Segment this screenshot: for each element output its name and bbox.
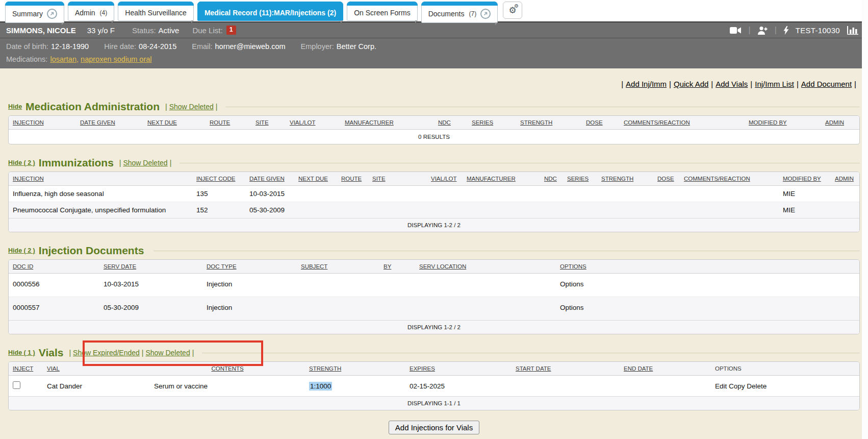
hide-link[interactable]: Hide (8, 103, 22, 110)
col-header[interactable]: SERV DATE (99, 260, 202, 274)
vial-select-checkbox[interactable] (13, 381, 20, 389)
col-header[interactable]: BY (379, 260, 415, 274)
col-header[interactable]: ROUTE (337, 172, 368, 186)
hide-link[interactable]: Hide ( 2 ) (8, 247, 35, 254)
col-header[interactable]: NDC (434, 116, 468, 130)
quick-add-link[interactable]: Quick Add (674, 80, 708, 88)
col-header[interactable]: COMMENTS/REACTION (680, 172, 779, 186)
add-vials-link[interactable]: Add Vials (716, 80, 748, 88)
show-deleted-link[interactable]: Show Deleted (169, 103, 214, 111)
col-header[interactable]: DATE GIVEN (76, 116, 143, 130)
medication-link[interactable]: losartan (50, 55, 76, 63)
immunization-row: Pneumococcal Conjugate, unspecified form… (9, 202, 859, 218)
col-header[interactable]: NEXT DUE (294, 172, 337, 186)
col-header[interactable]: VIAL/LOT (427, 172, 463, 186)
col-header[interactable]: SERIES (563, 172, 597, 186)
tab-documents[interactable]: Documents (7) (421, 2, 498, 23)
col-header[interactable]: END DATE (620, 362, 711, 376)
employer-value: Better Corp. (337, 42, 376, 51)
patient-header-bar: SIMMONS, NICOLE 33 y/o F Status: Active … (0, 21, 868, 38)
col-header[interactable]: CONTENTS (150, 362, 305, 376)
tab-summary[interactable]: Summary (5, 2, 64, 23)
vials-table: INJECT VIAL CONTENTS STRENGTH EXPIRES ST… (8, 361, 860, 410)
col-header[interactable]: INJECTION (9, 116, 76, 130)
col-header[interactable]: STRENGTH (597, 172, 653, 186)
medication-link[interactable]: naproxen sodium oral (81, 55, 151, 63)
col-header[interactable]: DOSE (653, 172, 680, 186)
col-header[interactable]: SUBJECT (297, 260, 379, 274)
show-deleted-link[interactable]: Show Deleted (123, 159, 167, 167)
due-list-badge[interactable]: 1 (226, 26, 236, 35)
video-camera-icon[interactable] (730, 27, 742, 34)
tab-admin[interactable]: Admin (4) (68, 2, 114, 21)
show-expired-ended-link[interactable]: Show Expired/Ended (73, 349, 140, 357)
col-header[interactable]: STRENGTH (305, 362, 405, 376)
col-header[interactable]: VIAL/LOT (286, 116, 341, 130)
inj-imm-list-link[interactable]: Inj/Imm List (755, 80, 794, 88)
table-header-row: INJECTION DATE GIVEN NEXT DUE ROUTE SITE… (9, 116, 859, 130)
col-header[interactable]: INJECT (9, 362, 43, 376)
popout-icon[interactable] (480, 9, 491, 19)
col-header[interactable]: MODIFIED BY (779, 172, 831, 186)
col-header: OPTIONS (711, 362, 859, 376)
col-header[interactable]: MANUFACTURER (341, 116, 434, 130)
col-header[interactable]: COMMENTS/REACTION (620, 116, 745, 130)
col-header[interactable]: ADMIN (821, 116, 859, 130)
col-header[interactable]: MANUFACTURER (463, 172, 540, 186)
col-header[interactable]: SERV LOCATION (415, 260, 556, 274)
col-header[interactable]: DATE GIVEN (245, 172, 294, 186)
col-header[interactable]: SITE (251, 116, 286, 130)
col-header[interactable]: DOC TYPE (202, 260, 297, 274)
paging-row: DISPLAYING 1-1 / 1 (9, 397, 859, 410)
options-link[interactable]: Options (560, 280, 584, 288)
add-person-icon[interactable] (757, 26, 768, 35)
lightning-icon[interactable] (783, 26, 789, 35)
col-header[interactable]: NDC (540, 172, 563, 186)
email-label: Email: (192, 42, 212, 51)
section-injection-documents: Hide ( 2 ) Injection Documents DOC ID SE… (8, 245, 860, 334)
cell-modified-by: MIE (779, 186, 831, 202)
col-header[interactable]: START DATE (512, 362, 620, 376)
patient-name: SIMMONS, NICOLE (6, 26, 76, 35)
col-header[interactable]: VIAL (43, 362, 150, 376)
section-rule (202, 353, 860, 353)
paging-text: DISPLAYING 1-1 / 1 (9, 397, 859, 410)
options-link[interactable]: Options (560, 304, 584, 311)
add-inj-imm-link[interactable]: Add Inj/Imm (626, 80, 667, 88)
vertical-scrollbar[interactable] (862, 0, 868, 439)
col-header[interactable]: INJECTION (9, 172, 192, 186)
tab-medical-record[interactable]: Medical Record (11):MAR/Injections (2) (197, 2, 343, 21)
col-header[interactable]: ROUTE (206, 116, 251, 130)
col-header[interactable]: ADMIN (831, 172, 859, 186)
col-header[interactable]: STRENGTH (516, 116, 582, 130)
col-header[interactable]: MODIFIED BY (745, 116, 821, 130)
section-title: Injection Documents (39, 245, 144, 257)
chart-icon[interactable] (847, 26, 859, 35)
col-header[interactable]: SERIES (468, 116, 516, 130)
show-deleted-link[interactable]: Show Deleted (146, 349, 190, 357)
edit-copy-delete-links[interactable]: Edit Copy Delete (715, 382, 767, 390)
hide-link[interactable]: Hide ( 1 ) (8, 349, 35, 356)
col-header[interactable]: DOC ID (9, 260, 99, 274)
cell-doc-id: 0000557 (9, 297, 99, 321)
settings-button[interactable]: ⚙ ⚙ (503, 2, 522, 19)
tab-on-screen-forms[interactable]: On Screen Forms (347, 2, 417, 21)
col-header[interactable]: EXPIRES (405, 362, 512, 376)
table-header-row: DOC ID SERV DATE DOC TYPE SUBJECT BY SER… (9, 260, 859, 274)
cell-doc-id: 0000556 (9, 274, 99, 297)
col-header[interactable]: NEXT DUE (143, 116, 206, 130)
hide-link[interactable]: Hide ( 2 ) (8, 159, 35, 166)
popout-icon[interactable] (47, 9, 57, 19)
section-title: Medication Administration (25, 101, 160, 113)
col-header[interactable]: DOSE (582, 116, 620, 130)
cell-serv-date: 10-03-2015 (99, 274, 202, 297)
tab-health-surveillance[interactable]: Health Surveillance (118, 2, 194, 21)
add-injections-for-vials-button[interactable]: Add Injections for Vials (389, 421, 479, 434)
col-header[interactable]: OPTIONS (556, 260, 859, 274)
col-header[interactable]: SITE (368, 172, 427, 186)
col-header[interactable]: INJECT CODE (192, 172, 245, 186)
add-document-link[interactable]: Add Document (801, 80, 852, 88)
tab-label: Summary (12, 10, 43, 18)
section-title: Immunizations (39, 157, 114, 169)
employer-label: Employer: (301, 42, 334, 51)
